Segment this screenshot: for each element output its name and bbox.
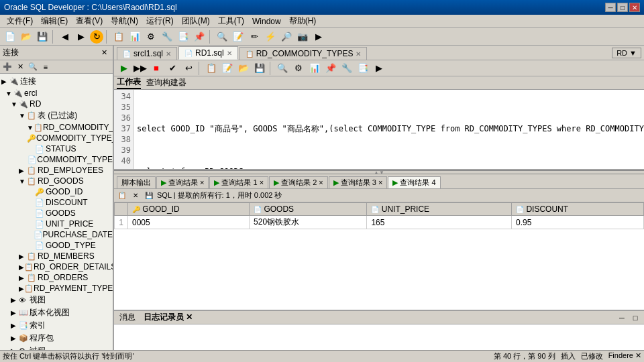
- tree-item[interactable]: 📄DISCOUNT: [0, 197, 113, 208]
- tree-item[interactable]: ▼📋表 (已过滤): [0, 109, 113, 122]
- tree-item[interactable]: 📄PURCHASE_DATE: [0, 229, 113, 240]
- btn5[interactable]: 📑: [176, 29, 191, 44]
- rollback-btn[interactable]: ↩: [181, 61, 196, 76]
- tree-item[interactable]: ▶📑索引: [0, 319, 113, 332]
- btn1[interactable]: 📋: [111, 29, 126, 44]
- tree-item[interactable]: 📄GOOD_TYPE: [0, 240, 113, 251]
- refresh-btn[interactable]: ↻: [90, 30, 103, 44]
- tree-item[interactable]: ▶📋RD_MEMBERS: [0, 251, 113, 261]
- menu-window[interactable]: Window: [248, 15, 285, 27]
- minimize-button[interactable]: ─: [605, 3, 616, 12]
- result-tab-4[interactable]: ▶查询结果 3 ×: [329, 176, 388, 188]
- tree-item[interactable]: ▶🔌连接: [0, 75, 113, 88]
- tree-item[interactable]: ▼📋RD_COMMODITY_TYPES: [0, 122, 113, 133]
- btn9[interactable]: ✏: [247, 29, 262, 44]
- work-tab-worksheet[interactable]: 工作表: [117, 76, 141, 89]
- close-button[interactable]: ✕: [629, 3, 640, 12]
- btn3[interactable]: ⚙: [144, 29, 158, 44]
- stop-btn[interactable]: ■: [149, 61, 164, 76]
- sql-btn6[interactable]: ⚙: [291, 61, 306, 76]
- result-btn1[interactable]: 📋: [117, 190, 127, 201]
- result-tab-5[interactable]: ▶查询结果 4: [388, 176, 440, 188]
- menu-file[interactable]: 文件(F): [3, 14, 37, 28]
- tree-item[interactable]: 📄COMMODITY_TYPE: [0, 154, 113, 165]
- code-line[interactable]: [137, 156, 644, 166]
- tree-item[interactable]: 📄UNIT_PRICE: [0, 219, 113, 229]
- log-tab-logger[interactable]: 日志记录员 ✕: [141, 312, 195, 323]
- sql-editor[interactable]: 34353637383940 select GOOD_ID "商品号", GOO…: [114, 90, 644, 170]
- work-tab-query-builder[interactable]: 查询构建器: [146, 77, 186, 88]
- menu-help[interactable]: 帮助(H): [285, 14, 321, 28]
- result-tab-3[interactable]: ▶查询结果 2 ×: [269, 176, 328, 188]
- sql-btn3[interactable]: 📂: [236, 61, 251, 76]
- tree-item[interactable]: 📄STATUS: [0, 143, 113, 154]
- left-panel-close[interactable]: ✕: [98, 48, 110, 58]
- btn7[interactable]: 🔍: [215, 29, 229, 44]
- menu-run[interactable]: 运行(R): [142, 14, 178, 28]
- open-btn[interactable]: 📂: [19, 29, 34, 44]
- tree-item[interactable]: 🔑COMMODITY_TYPE_ID: [0, 133, 113, 143]
- add-connection-btn[interactable]: ➕: [1, 62, 13, 72]
- sql-btn7[interactable]: 📊: [307, 61, 322, 76]
- tab-rd-commodity[interactable]: 📋 RD_COMMODITY_TYPES ✕: [239, 47, 368, 60]
- code-line[interactable]: select GOOD_ID "商品号", GOODS "商品名称",(sele…: [137, 123, 644, 134]
- btn12[interactable]: 📷: [295, 29, 310, 44]
- code-line[interactable]: select * from RD_GOODS;: [137, 166, 644, 170]
- tree-item[interactable]: ▶📋RD_EMPLOYEES: [0, 165, 113, 176]
- rd-indicator[interactable]: RD ▼: [612, 48, 641, 58]
- menu-team[interactable]: 团队(M): [178, 14, 214, 28]
- log-maximize[interactable]: □: [629, 312, 641, 323]
- btn2[interactable]: 📊: [127, 29, 142, 44]
- tree-item[interactable]: ▼📋RD_GOODS: [0, 176, 113, 186]
- tab-srcl1[interactable]: 📄 srcl1.sql ✕: [117, 47, 177, 60]
- tree-item[interactable]: ▶⚙过程: [0, 345, 113, 350]
- menu-tools[interactable]: 工具(T): [214, 14, 248, 28]
- menu-nav[interactable]: 导航(N): [107, 14, 142, 28]
- tree-item[interactable]: 📄GOODS: [0, 208, 113, 219]
- sql-btn11[interactable]: ▶: [372, 61, 386, 76]
- btn11[interactable]: 🔎: [279, 29, 294, 44]
- maximize-button[interactable]: □: [617, 3, 628, 12]
- menu-view[interactable]: 查看(V): [72, 14, 107, 28]
- result-tab-0[interactable]: 脚本输出: [117, 176, 156, 188]
- btn6[interactable]: 📌: [192, 29, 207, 44]
- btn10[interactable]: ⚡: [263, 29, 278, 44]
- code-line[interactable]: [137, 145, 644, 156]
- tree-item[interactable]: ▶📖版本化视图: [0, 306, 113, 319]
- btn4[interactable]: 🔧: [160, 29, 174, 44]
- code-line[interactable]: [137, 134, 644, 145]
- menu-edit[interactable]: 编辑(E): [37, 14, 72, 28]
- run-statement-btn[interactable]: ▶: [117, 61, 131, 76]
- log-tab-messages[interactable]: 消息: [117, 312, 138, 323]
- result-btn2[interactable]: ✕: [130, 190, 141, 201]
- tree-item[interactable]: ▼🔌RD: [0, 99, 113, 109]
- run-script-btn[interactable]: ▶▶: [133, 61, 148, 76]
- sql-btn4[interactable]: 💾: [252, 61, 267, 76]
- remove-connection-btn[interactable]: ✕: [14, 62, 26, 72]
- sql-btn1[interactable]: 📋: [204, 61, 219, 76]
- sql-btn8[interactable]: 📌: [323, 61, 338, 76]
- sql-btn2[interactable]: 📝: [220, 61, 235, 76]
- sql-btn9[interactable]: 🔧: [339, 61, 354, 76]
- commit-btn[interactable]: ✔: [165, 61, 180, 76]
- result-btn3[interactable]: 💾: [144, 190, 154, 201]
- result-tab-2[interactable]: ▶查询结果 1 ×: [209, 176, 268, 188]
- save-btn[interactable]: 💾: [35, 29, 50, 44]
- log-minimize[interactable]: ─: [616, 312, 628, 323]
- sql-btn10[interactable]: 📑: [356, 61, 370, 76]
- code-area[interactable]: select GOOD_ID "商品号", GOODS "商品名称",(sele…: [134, 90, 644, 170]
- new-file-btn[interactable]: 📄: [3, 29, 17, 44]
- tree-item[interactable]: ▶📋RD_ORDERS: [0, 272, 113, 283]
- back-btn[interactable]: ◀: [58, 29, 72, 44]
- tree-item[interactable]: ▼🔌ercl: [0, 88, 113, 99]
- tree-item[interactable]: ▶📋RD_ORDER_DETAILSS: [0, 261, 113, 272]
- refresh-connections-btn[interactable]: ≡: [40, 62, 52, 72]
- tree-item[interactable]: ▶📋RD_PAYMENT_TYPES: [0, 283, 113, 294]
- sql-btn5[interactable]: 🔍: [275, 61, 290, 76]
- forward-btn[interactable]: ▶: [74, 29, 89, 44]
- tree-item[interactable]: ▶📦程序包: [0, 332, 113, 345]
- filter-btn[interactable]: 🔍: [27, 62, 39, 72]
- tree-item[interactable]: ▶👁视图: [0, 294, 113, 306]
- tree-item[interactable]: 🔑GOOD_ID: [0, 186, 113, 197]
- result-tab-1[interactable]: ▶查询结果 ×: [156, 176, 209, 188]
